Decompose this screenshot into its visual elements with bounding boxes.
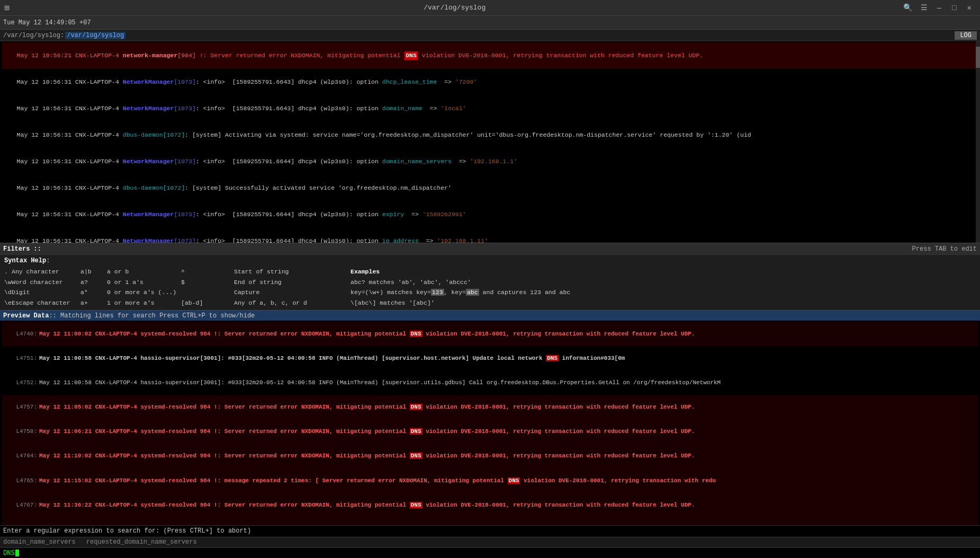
date-label: Tue May 12 14:49:05 +07 bbox=[3, 19, 91, 26]
ex-aplus-desc: 1 or more a's bbox=[107, 298, 181, 308]
anchor-any-of: Any of a, b, c, or d bbox=[234, 298, 340, 308]
anchor-start: Start of string bbox=[234, 267, 340, 277]
syntax-help-title: Syntax Help bbox=[4, 257, 46, 264]
ex-ab: a|b bbox=[80, 267, 107, 277]
log-line: May 12 10:56:21 CNX-LAPTOP-4 network-man… bbox=[2, 42, 978, 69]
preview-content: L4740:May 12 11:00:02 CNX-LAPTOP-4 syste… bbox=[0, 321, 980, 525]
window-title: /var/log/syslog bbox=[424, 4, 485, 12]
autocomplete-option-2[interactable]: requested_domain_name_servers bbox=[86, 538, 197, 546]
file-path-bar: /var/log/syslog: /var/log/syslog LOG bbox=[0, 30, 980, 41]
app-icon: ⊞ bbox=[4, 3, 10, 13]
scrollbar[interactable] bbox=[976, 41, 980, 243]
search-icon[interactable]: 🔍 bbox=[900, 2, 915, 13]
syntax-colon: : bbox=[46, 257, 50, 264]
example1-text: abc? matches 'ab', 'abc', 'abccc' bbox=[340, 277, 976, 288]
desc-any: Any character bbox=[12, 267, 80, 277]
menu-icon[interactable]: ☰ bbox=[918, 2, 931, 13]
log-line: May 12 10:56:31 CNX-LAPTOP-4 dbus-daemon… bbox=[2, 122, 978, 148]
title-bar: ⊞ /var/log/syslog 🔍 ☰ — □ ✕ bbox=[0, 0, 980, 16]
close-button[interactable]: ✕ bbox=[963, 2, 976, 13]
anchor-end: End of string bbox=[234, 277, 340, 288]
preview-line: L4752:May 12 11:00:58 CNX-LAPTOP-4 hassi… bbox=[2, 371, 978, 395]
ex-aplus: a+ bbox=[80, 298, 107, 308]
desc-word: Word character bbox=[12, 277, 80, 288]
file-path-label: /var/log/syslog: bbox=[3, 32, 64, 39]
anchor-capture: Capture bbox=[234, 287, 340, 298]
search-suffix: to abort) bbox=[213, 527, 251, 535]
anchor-dollar: $ bbox=[181, 277, 234, 288]
symbol-w: \w bbox=[4, 277, 12, 288]
log-content: May 12 10:56:21 CNX-LAPTOP-4 network-man… bbox=[0, 41, 980, 243]
search-bar: Enter a regular expression to search for… bbox=[0, 525, 980, 537]
minimize-button[interactable]: — bbox=[933, 3, 946, 13]
preview-line: L4767:May 12 11:36:22 CNX-LAPTOP-4 syste… bbox=[2, 493, 978, 517]
log-line: May 12 10:56:31 CNX-LAPTOP-4 NetworkMana… bbox=[2, 228, 978, 243]
text-cursor bbox=[15, 550, 19, 556]
ex-astar-desc: 0 or more a's (...) bbox=[107, 287, 181, 298]
symbol-e: \e bbox=[4, 298, 12, 308]
anchor-bracket: [ab-d] bbox=[181, 298, 234, 308]
log-line: May 12 10:56:31 CNX-LAPTOP-4 NetworkMana… bbox=[2, 95, 978, 122]
filters-bar: Filters :: Press TAB to edit bbox=[0, 243, 980, 254]
file-path-highlight: /var/log/syslog bbox=[65, 32, 125, 39]
preview-line: L4758:May 12 11:06:21 CNX-LAPTOP-4 syste… bbox=[2, 420, 978, 444]
search-prompt: Enter a regular expression to search for… bbox=[3, 527, 213, 535]
preview-line: L4764:May 12 11:10:02 CNX-LAPTOP-4 syste… bbox=[2, 444, 978, 468]
example2-text: key=(\w+) matches key=123, key=abc and c… bbox=[340, 287, 976, 298]
log-line: May 12 10:56:31 CNX-LAPTOP-4 NetworkMana… bbox=[2, 148, 978, 175]
symbol-dot: . bbox=[4, 267, 12, 277]
preview-bar: Preview Data :: Matching lines for searc… bbox=[0, 310, 980, 321]
preview-line: L4751:May 12 11:00:58 CNX-LAPTOP-4 hassi… bbox=[2, 346, 978, 370]
toolbar: Tue May 12 14:49:05 +07 bbox=[0, 16, 980, 30]
input-prompt: DNS bbox=[3, 550, 15, 557]
preview-label: Preview Data bbox=[3, 312, 49, 320]
anchor-caret: ^ bbox=[181, 267, 234, 277]
log-button[interactable]: LOG bbox=[955, 31, 977, 40]
press-tab-label: Press TAB to edit bbox=[912, 245, 977, 253]
ex-astar: a* bbox=[80, 287, 107, 298]
scrollbar-thumb[interactable] bbox=[976, 47, 980, 68]
maximize-button[interactable]: □ bbox=[948, 3, 960, 13]
ex-ab-desc: a or b bbox=[107, 267, 181, 277]
log-line: May 12 10:56:31 CNX-LAPTOP-4 NetworkMana… bbox=[2, 69, 978, 95]
anchor-empty bbox=[181, 287, 234, 298]
desc-escape: Escape character bbox=[12, 298, 80, 308]
desc-digit: Digit bbox=[12, 287, 80, 298]
autocomplete-bar: domain_name_servers requested_domain_nam… bbox=[0, 537, 980, 547]
autocomplete-option-1[interactable]: domain_name_servers bbox=[3, 538, 76, 546]
input-bar[interactable]: DNS bbox=[0, 547, 980, 558]
preview-line: L4757:May 12 11:05:02 CNX-LAPTOP-4 syste… bbox=[2, 395, 978, 420]
preview-line: L4740:May 12 11:00:02 CNX-LAPTOP-4 syste… bbox=[2, 322, 978, 346]
log-line: May 12 10:56:31 CNX-LAPTOP-4 dbus-daemon… bbox=[2, 175, 978, 201]
filters-label: Filters :: bbox=[3, 245, 41, 253]
preview-line: L4765:May 12 11:15:02 CNX-LAPTOP-4 syste… bbox=[2, 468, 978, 493]
preview-line: L4778:May 12 11:20:02 CNX-LAPTOP-4 syste… bbox=[2, 518, 978, 525]
examples-title: Examples bbox=[340, 267, 976, 277]
preview-desc: :: Matching lines for search Press CTRL+… bbox=[49, 312, 255, 320]
ex-aq: a? bbox=[80, 277, 107, 288]
ex-aq-desc: 0 or 1 a's bbox=[107, 277, 181, 288]
syntax-help: Syntax Help : . Any character a|b a or b… bbox=[0, 254, 980, 310]
example3-text: \[abc\] matches '[abc]' bbox=[340, 298, 976, 308]
log-line: May 12 10:56:31 CNX-LAPTOP-4 NetworkMana… bbox=[2, 201, 978, 228]
symbol-d: \d bbox=[4, 287, 12, 298]
